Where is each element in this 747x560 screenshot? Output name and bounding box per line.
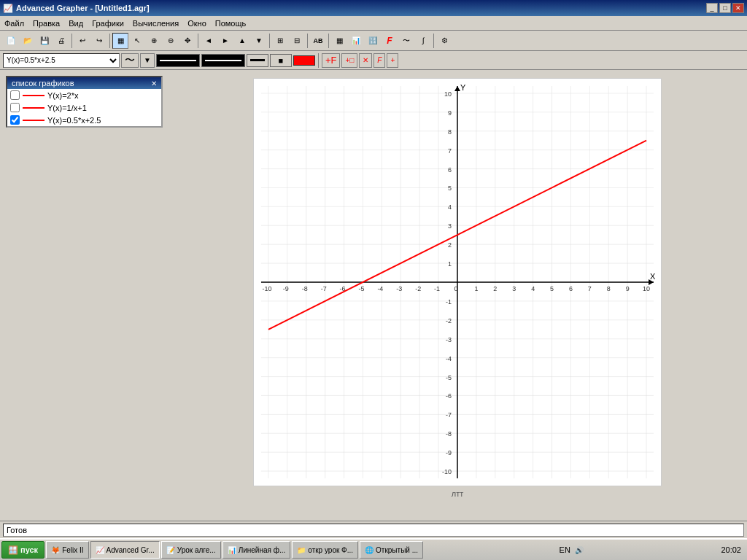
start-button[interactable]: 🪟 пуск xyxy=(1,541,44,559)
save-button[interactable]: 💾 xyxy=(36,33,53,49)
sep8 xyxy=(318,53,319,68)
taskbar-item-3[interactable]: 📊 Линейная ф... xyxy=(222,541,291,559)
x-tick-9: 9 xyxy=(626,285,630,292)
minimize-button[interactable]: _ xyxy=(706,3,718,13)
calc-button[interactable]: 🔢 xyxy=(365,33,381,49)
titlebar: 📈 Advanced Grapher - [Untitled1.agr] _ □… xyxy=(0,0,747,16)
line-width-selector[interactable] xyxy=(247,54,268,67)
graph-formula-0: Y(x)=2*x xyxy=(47,91,79,100)
titlebar-controls: _ □ ✕ xyxy=(706,3,744,13)
graph-check-0[interactable] xyxy=(10,90,20,100)
graph-svg[interactable]: X Y -10 -9 -8 -7 -6 -5 -4 -3 -2 -1 1 2 3… xyxy=(253,78,662,486)
line-style-selector2[interactable] xyxy=(201,54,245,67)
line-style-selector[interactable] xyxy=(156,54,200,67)
y-tick--4: -4 xyxy=(446,355,452,362)
pan-button[interactable]: ✥ xyxy=(179,33,196,49)
integral-button[interactable]: ∫ xyxy=(415,33,431,49)
close-button[interactable]: ✕ xyxy=(732,3,744,13)
zoom-out-button[interactable]: ⊖ xyxy=(163,33,179,49)
app-title: Advanced Grapher - [Untitled1.agr] xyxy=(16,4,150,12)
start-label: пуск xyxy=(20,545,38,554)
taskbar-item-1[interactable]: 📈 Advanced Gr... xyxy=(90,541,160,559)
main-area: список графиков ✕ Y(x)=2*x Y(x)=1/x+1 Y(… xyxy=(0,70,747,506)
down-arrow-btn[interactable]: ▼ xyxy=(140,53,155,68)
x-tick--3: -3 xyxy=(396,285,402,292)
menu-help[interactable]: Помощь xyxy=(211,18,251,29)
menu-window[interactable]: Окно xyxy=(183,18,211,29)
graph-line-2 xyxy=(23,120,44,121)
menu-graphs[interactable]: Графики xyxy=(88,18,128,29)
add-formula-btn[interactable]: +F xyxy=(322,53,341,68)
y-tick-9: 9 xyxy=(448,109,452,117)
taskbar-icon-2: 📝 xyxy=(166,546,175,554)
right-button[interactable]: ► xyxy=(217,33,233,49)
menu-edit[interactable]: Правка xyxy=(28,18,64,29)
fx-button[interactable]: F xyxy=(382,33,398,49)
taskbar-item-2[interactable]: 📝 Урок алге... xyxy=(161,541,221,559)
x-tick-3: 3 xyxy=(512,285,516,292)
menu-file[interactable]: Файл xyxy=(0,18,28,29)
undo-button[interactable]: ↩ xyxy=(74,33,90,49)
delete-formula-btn[interactable]: ✕ xyxy=(359,53,372,68)
formula-dropdown[interactable]: Y(x)=0.5*x+2.5 Y(x)=2*x Y(x)=1/x+1 xyxy=(3,53,120,68)
y-tick-6: 6 xyxy=(448,166,452,174)
zoom-in-button[interactable]: ⊕ xyxy=(146,33,162,49)
formula-props-btn[interactable]: F xyxy=(374,53,385,68)
formula-extra-btn[interactable]: + xyxy=(387,53,398,68)
x-tick-0: 0 xyxy=(454,285,458,292)
graph-check-2[interactable] xyxy=(10,115,20,125)
x-tick-4: 4 xyxy=(531,285,535,292)
y-tick-8: 8 xyxy=(448,128,452,136)
add-formula2-btn[interactable]: +□ xyxy=(341,53,357,68)
formula-toolbar: Y(x)=0.5*x+2.5 Y(x)=2*x Y(x)=1/x+1 〜 ▼ ■… xyxy=(0,51,747,70)
redo-button[interactable]: ↪ xyxy=(91,33,107,49)
y-tick-2: 2 xyxy=(448,241,452,249)
y-tick--9: -9 xyxy=(446,449,452,456)
new-button[interactable]: 📄 xyxy=(3,33,19,49)
menu-view[interactable]: Вид xyxy=(64,18,88,29)
taskbar-icon-4: 📁 xyxy=(297,546,306,554)
y-tick-10: 10 xyxy=(444,90,452,98)
taskbar-icon-3: 📊 xyxy=(228,546,236,554)
x-tick-7: 7 xyxy=(588,285,592,292)
graph-formula-2: Y(x)=0.5*x+2.5 xyxy=(47,116,101,125)
graph-list-title: список графиков ✕ xyxy=(7,77,161,89)
cursor-button[interactable]: ↖ xyxy=(129,33,145,49)
open-button[interactable]: 📂 xyxy=(20,33,36,49)
taskbar-label-5: Открытый ... xyxy=(376,546,418,554)
fit-button[interactable]: ⊞ xyxy=(272,33,288,49)
taskbar-item-0[interactable]: 🦊 Felix II xyxy=(46,541,88,559)
select-button[interactable]: ▦ xyxy=(112,33,128,49)
x-tick--5: -5 xyxy=(358,285,364,292)
sep4 xyxy=(269,34,270,48)
maximize-button[interactable]: □ xyxy=(719,3,731,13)
y-axis-arrow xyxy=(454,86,460,91)
titlebar-left: 📈 Advanced Grapher - [Untitled1.agr] xyxy=(3,4,150,13)
taskbar-label-4: откр урок Ф... xyxy=(308,546,353,554)
grid-button[interactable]: ⊟ xyxy=(289,33,305,49)
graph-check-1[interactable] xyxy=(10,103,20,112)
taskbar-item-4[interactable]: 📁 откр урок Ф... xyxy=(292,541,358,559)
stat-button[interactable]: 📊 xyxy=(348,33,364,49)
y-tick--5: -5 xyxy=(446,374,452,381)
sep7 xyxy=(433,34,434,48)
up-button[interactable]: ▲ xyxy=(234,33,250,49)
wave-shape-btn[interactable]: 〜 xyxy=(121,53,139,68)
x-tick--9: -9 xyxy=(283,285,289,292)
taskbar-label-0: Felix II xyxy=(62,546,83,554)
taskbar-item-5[interactable]: 🌐 Открытый ... xyxy=(360,541,423,559)
point-style-selector[interactable]: ■ xyxy=(270,54,292,67)
table-button[interactable]: ▦ xyxy=(331,33,347,49)
taskbar: 🪟 пуск 🦊 Felix II 📈 Advanced Gr... 📝 Уро… xyxy=(0,538,747,560)
x-tick-2: 2 xyxy=(493,285,497,292)
print-button[interactable]: 🖨 xyxy=(53,33,69,49)
label-ab-button[interactable]: AB xyxy=(310,33,326,49)
color-selector[interactable] xyxy=(293,55,315,66)
down-button[interactable]: ▼ xyxy=(251,33,267,49)
taskbar-label-2: Урок алге... xyxy=(177,546,216,554)
graph-list-close[interactable]: ✕ xyxy=(151,79,157,88)
settings-button[interactable]: ⚙ xyxy=(436,33,452,49)
wave-button[interactable]: 〜 xyxy=(398,33,414,49)
left-button[interactable]: ◄ xyxy=(201,33,217,49)
menu-calculations[interactable]: Вычисления xyxy=(128,18,183,29)
